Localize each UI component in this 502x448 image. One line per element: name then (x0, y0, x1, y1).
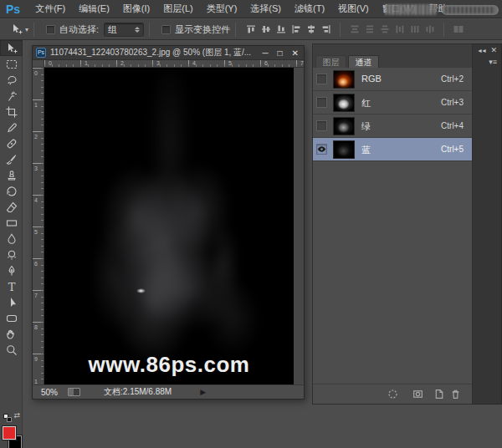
load-channel-as-selection-button[interactable] (387, 388, 400, 401)
menu-layer[interactable]: 图层(L) (156, 3, 199, 15)
move-tool-preset[interactable]: ▾ (10, 23, 28, 36)
channel-thumbnail[interactable] (333, 140, 355, 159)
close-button[interactable]: ✕ (292, 46, 299, 60)
auto-align-layers-icon[interactable] (452, 23, 464, 36)
zoom-level-field[interactable]: 50% (41, 388, 58, 397)
canvas[interactable]: www.86ps.com (44, 68, 294, 384)
ruler-number: 2 (120, 60, 124, 66)
brush-tool[interactable] (0, 151, 23, 167)
channel-row-red[interactable]: 红 Ctrl+3 (313, 91, 472, 115)
divider (235, 23, 236, 37)
document-title-bar[interactable]: Ps 11074431_122403780263_2.jpg @ 50% (图层… (33, 46, 304, 60)
zoom-tool[interactable] (0, 342, 23, 358)
move-tool[interactable] (0, 40, 23, 56)
menu-bar: Ps 文件(F) 编辑(E) 图像(I) 图层(L) 类型(Y) 选择(S) 滤… (0, 0, 502, 18)
channel-thumbnail[interactable] (333, 94, 355, 112)
tab-layers[interactable]: 图层 (315, 55, 346, 68)
show-transform-checkbox[interactable] (161, 25, 171, 34)
path-selection-tool[interactable] (0, 294, 23, 310)
auto-select-target-dropdown[interactable]: 组 (104, 23, 144, 37)
save-selection-as-channel-button[interactable] (412, 388, 425, 401)
menu-view[interactable]: 视图(V) (331, 3, 376, 15)
panel-menu-button[interactable]: ▾≡ (489, 58, 497, 66)
visibility-toggle[interactable] (316, 120, 327, 131)
channel-row-green[interactable]: 绿 Ctrl+4 (313, 115, 472, 138)
maximize-button[interactable]: □ (278, 46, 283, 60)
blur-tool[interactable] (0, 231, 23, 247)
distribute-horizontal-centers-icon[interactable] (408, 23, 421, 36)
visibility-toggle[interactable] (316, 74, 327, 84)
delete-channel-button[interactable] (449, 388, 463, 401)
channel-row-rgb[interactable]: RGB Ctrl+2 (313, 68, 472, 91)
smoke-image (44, 68, 294, 384)
channel-shortcut: Ctrl+5 (441, 145, 464, 154)
status-expand-icon[interactable]: ▶ (200, 388, 206, 396)
type-tool[interactable]: T (0, 278, 23, 294)
channel-name: 蓝 (361, 144, 371, 156)
quick-selection-tool[interactable] (0, 88, 23, 104)
ruler-number: 1 (34, 379, 38, 384)
menu-file[interactable]: 文件(F) (28, 3, 72, 15)
ruler-number: 4 (192, 60, 196, 66)
minimize-button[interactable]: ─ (262, 46, 268, 60)
align-vertical-centers-icon[interactable] (259, 23, 272, 36)
gradient-tool[interactable] (0, 215, 23, 231)
align-top-edges-icon[interactable] (244, 23, 257, 36)
spot-healing-brush-tool[interactable] (0, 135, 23, 151)
document-status-bar: 50% 文档:2.15M/6.88M ▶ (33, 384, 304, 399)
visibility-toggle[interactable] (316, 97, 327, 108)
align-left-edges-icon[interactable] (289, 23, 302, 36)
tools-panel: T ⇄ (0, 40, 23, 448)
menu-edit[interactable]: 编辑(E) (72, 3, 116, 15)
menu-type[interactable]: 类型(Y) (200, 3, 244, 15)
obscured-watermark-badge (442, 5, 499, 15)
history-brush-tool[interactable] (0, 183, 23, 199)
menu-image[interactable]: 图像(I) (116, 3, 156, 15)
tool-options-bar: ▾ 自动选择: 组 显示变换控件 (0, 19, 502, 40)
highlight-spot (136, 288, 146, 293)
ruler-number: 6 (34, 261, 38, 267)
panel-close-button[interactable]: ✕ (490, 46, 498, 54)
eraser-tool[interactable] (0, 199, 23, 215)
distribute-bottom-edges-icon[interactable] (378, 23, 391, 36)
distribute-right-edges-icon[interactable] (423, 23, 436, 36)
menu-filter[interactable]: 滤镜(T) (288, 3, 331, 15)
horizontal-ruler: 0 1 2 3 4 5 6 7 (44, 60, 304, 68)
visibility-toggle[interactable] (316, 144, 327, 155)
align-horizontal-centers-icon[interactable] (305, 23, 317, 36)
foreground-color-swatch[interactable] (3, 426, 16, 440)
channel-thumbnail[interactable] (333, 70, 355, 89)
vertical-ruler: 0 1 2 3 4 5 6 7 8 9 1 (33, 68, 44, 385)
channel-name: RGB (361, 74, 382, 84)
clone-stamp-tool[interactable] (0, 167, 23, 183)
align-right-edges-icon[interactable] (320, 23, 332, 36)
pen-tool[interactable] (0, 262, 23, 278)
rectangle-shape-tool[interactable] (0, 310, 23, 326)
channel-thumbnail[interactable] (333, 117, 355, 135)
collapse-to-icons-button[interactable]: ◂◂ (478, 47, 486, 54)
eyedropper-tool[interactable] (0, 120, 23, 135)
dodge-tool[interactable] (0, 247, 23, 262)
distribute-vertical-centers-icon[interactable] (363, 23, 376, 36)
crop-tool[interactable] (0, 104, 23, 120)
ruler-number: 7 (300, 60, 304, 66)
create-new-channel-button[interactable] (433, 388, 446, 401)
distribute-left-edges-icon[interactable] (393, 23, 406, 36)
channel-name: 红 (361, 97, 371, 109)
hand-tool[interactable] (0, 326, 23, 342)
align-bottom-edges-icon[interactable] (274, 23, 287, 36)
divider (149, 23, 150, 37)
tab-channels[interactable]: 通道 (348, 55, 379, 68)
swap-colors-icon[interactable]: ⇄ (13, 411, 20, 420)
ruler-number: 9 (34, 356, 38, 362)
eye-icon (317, 145, 326, 153)
rectangular-marquee-tool[interactable] (0, 56, 23, 72)
menu-select[interactable]: 选择(S) (243, 3, 288, 15)
auto-select-checkbox[interactable] (46, 25, 55, 34)
lasso-tool[interactable] (0, 72, 23, 88)
channel-row-blue[interactable]: 蓝 Ctrl+5 (313, 138, 472, 161)
ruler-number: 7 (34, 293, 38, 298)
divider (340, 23, 341, 37)
distribute-top-edges-icon[interactable] (348, 23, 361, 36)
color-controls: ⇄ (0, 413, 23, 423)
